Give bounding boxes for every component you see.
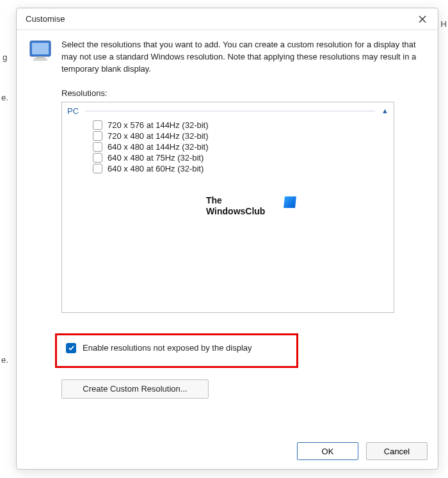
dialog-body: Select the resolutions that you want to … xyxy=(17,30,438,437)
create-custom-resolution-button[interactable]: Create Custom Resolution... xyxy=(61,379,209,399)
chevron-up-icon: ▲ xyxy=(381,107,390,115)
enable-resolutions-label: Enable resolutions not exposed by the di… xyxy=(83,343,252,353)
titlebar: Customise xyxy=(17,8,438,30)
resolution-item[interactable]: 640 x 480 at 75Hz (32-bit) xyxy=(66,152,390,163)
intro-text: Select the resolutions that you want to … xyxy=(61,39,425,76)
resolution-item[interactable]: 640 x 480 at 60Hz (32-bit) xyxy=(66,163,390,174)
svg-rect-3 xyxy=(32,43,49,54)
group-header-pc[interactable]: PC ▲ xyxy=(66,105,390,120)
dialog-title: Customise xyxy=(26,14,65,24)
annotation-highlight: Enable resolutions not exposed by the di… xyxy=(55,333,298,368)
checkbox-icon[interactable] xyxy=(93,164,102,173)
resolution-label: 720 x 480 at 144Hz (32-bit) xyxy=(108,131,209,141)
watermark-logo-icon xyxy=(284,196,296,208)
monitor-icon xyxy=(29,40,52,62)
resolution-item[interactable]: 720 x 576 at 144Hz (32-bit) xyxy=(66,120,390,131)
close-icon xyxy=(419,15,426,23)
resolutions-listbox[interactable]: PC ▲ 720 x 576 at 144Hz (32-bit) 720 x 4… xyxy=(61,102,394,313)
close-button[interactable] xyxy=(413,10,431,28)
group-divider xyxy=(85,111,375,111)
bg-text: e. xyxy=(1,93,8,102)
dialog-footer: OK Cancel xyxy=(17,437,438,469)
watermark-text: The WindowsClub xyxy=(206,195,265,218)
svg-rect-5 xyxy=(33,58,47,61)
bg-text: g xyxy=(3,52,7,62)
resolution-item[interactable]: 720 x 480 at 144Hz (32-bit) xyxy=(66,131,390,141)
resolution-label: 640 x 480 at 60Hz (32-bit) xyxy=(108,164,204,173)
resolution-item[interactable]: 640 x 480 at 144Hz (32-bit) xyxy=(66,141,390,152)
resolution-label: 720 x 576 at 144Hz (32-bit) xyxy=(108,120,209,130)
enable-resolutions-checkbox[interactable]: Enable resolutions not exposed by the di… xyxy=(66,343,287,353)
watermark: The WindowsClub xyxy=(206,195,296,218)
checkbox-icon[interactable] xyxy=(93,153,102,163)
resolution-label: 640 x 480 at 144Hz (32-bit) xyxy=(108,142,209,152)
cancel-button[interactable]: Cancel xyxy=(366,442,428,460)
bg-text: e. xyxy=(1,355,8,365)
group-name: PC xyxy=(67,106,79,116)
customise-dialog: Customise Select the resolutions that yo… xyxy=(16,8,438,470)
resolutions-label: Resolutions: xyxy=(61,88,425,98)
checkbox-icon[interactable] xyxy=(93,131,102,141)
checkbox-icon[interactable] xyxy=(93,142,102,152)
checkbox-checked-icon xyxy=(66,343,76,353)
checkbox-icon[interactable] xyxy=(93,120,102,130)
intro-row: Select the resolutions that you want to … xyxy=(29,39,425,76)
resolution-label: 640 x 480 at 75Hz (32-bit) xyxy=(108,153,204,163)
ok-button[interactable]: OK xyxy=(297,442,358,460)
svg-rect-4 xyxy=(36,56,45,58)
